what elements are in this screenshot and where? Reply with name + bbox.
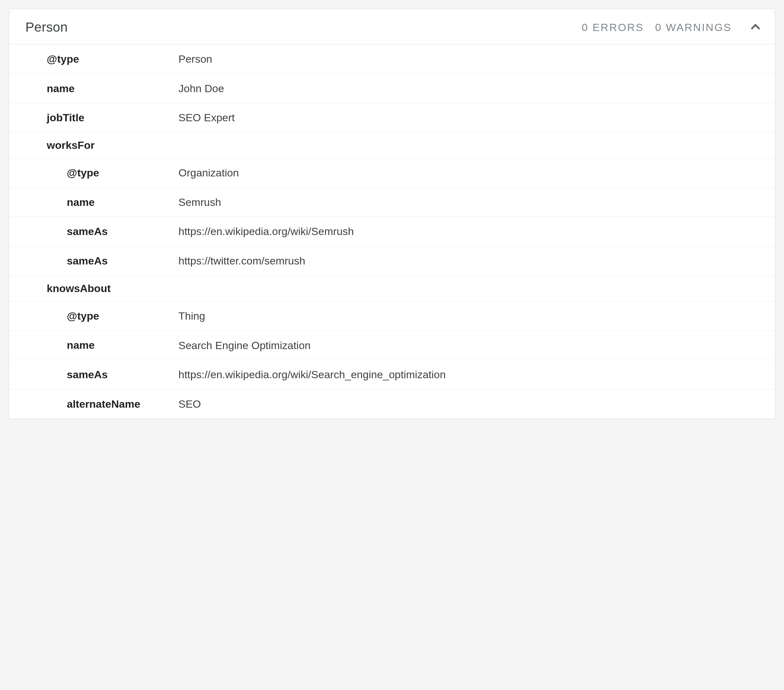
property-key: knowsAbout — [9, 283, 178, 294]
property-value: Search Engine Optimization — [178, 337, 763, 354]
panel-header[interactable]: Person 0 ERRORS 0 WARNINGS — [9, 9, 775, 44]
chevron-up-icon[interactable] — [743, 20, 763, 34]
property-row: @typePerson — [9, 44, 775, 74]
property-row: @typeThing — [9, 301, 775, 331]
schema-panel: Person 0 ERRORS 0 WARNINGS @typePersonna… — [9, 9, 775, 419]
property-value: SEO Expert — [178, 109, 763, 126]
property-key: @type — [9, 53, 178, 65]
property-rows: @typePersonnameJohn DoejobTitleSEO Exper… — [9, 44, 775, 419]
property-row: worksFor — [9, 133, 775, 158]
property-value: https://en.wikipedia.org/wiki/Search_eng… — [178, 366, 763, 383]
property-key: alternateName — [9, 398, 178, 410]
property-key: name — [9, 82, 178, 95]
property-key: jobTitle — [9, 112, 178, 124]
property-key: sameAs — [9, 368, 178, 381]
property-value: https://en.wikipedia.org/wiki/Semrush — [178, 223, 763, 240]
property-value: John Doe — [178, 80, 763, 97]
property-key: name — [9, 196, 178, 209]
property-row: nameSearch Engine Optimization — [9, 331, 775, 360]
property-row: knowsAbout — [9, 276, 775, 301]
property-row: @typeOrganization — [9, 158, 775, 188]
property-value: SEO — [178, 396, 763, 412]
property-row: nameJohn Doe — [9, 74, 775, 104]
status-group: 0 ERRORS 0 WARNINGS — [582, 20, 763, 34]
property-row: nameSemrush — [9, 188, 775, 217]
property-row: jobTitleSEO Expert — [9, 103, 775, 133]
property-value: Thing — [178, 308, 763, 324]
property-key: sameAs — [9, 225, 178, 238]
property-value: Person — [178, 51, 763, 67]
property-key: @type — [9, 167, 178, 179]
warnings-count: 0 WARNINGS — [655, 21, 731, 33]
property-key: sameAs — [9, 255, 178, 267]
property-value: https://twitter.com/semrush — [178, 253, 763, 269]
property-key: worksFor — [9, 139, 178, 151]
panel-title: Person — [25, 20, 582, 35]
property-row: alternateNameSEO — [9, 389, 775, 419]
property-value: Semrush — [178, 194, 763, 210]
property-row: sameAshttps://en.wikipedia.org/wiki/Semr… — [9, 217, 775, 246]
property-row: sameAshttps://twitter.com/semrush — [9, 246, 775, 276]
property-key: @type — [9, 310, 178, 322]
property-key: name — [9, 339, 178, 351]
property-value: Organization — [178, 164, 763, 181]
property-row: sameAshttps://en.wikipedia.org/wiki/Sear… — [9, 360, 775, 389]
errors-count: 0 ERRORS — [582, 21, 644, 33]
